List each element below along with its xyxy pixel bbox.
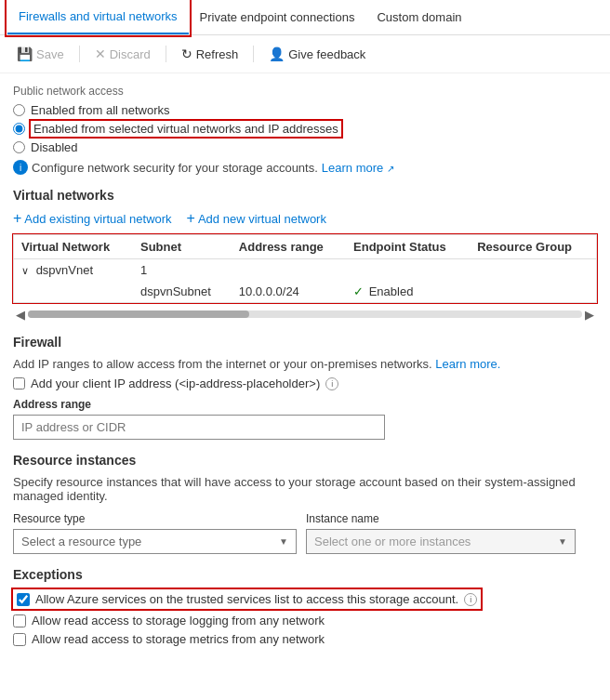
resource-instances-title: Resource instances	[13, 453, 597, 468]
toolbar-separator-1	[79, 46, 80, 62]
resource-instances-description: Specify resource instances that will hav…	[13, 475, 597, 503]
exceptions-section: Exceptions Allow Azure services on the t…	[13, 567, 597, 646]
toolbar: 💾 Save ✕ Discard ↻ Refresh 👤 Give feedba…	[0, 35, 610, 73]
horizontal-scrollbar[interactable]: ◀ ▶	[13, 307, 597, 322]
plus-icon-new: +	[187, 210, 195, 227]
external-link-icon: ↗	[387, 164, 394, 174]
scroll-track[interactable]	[28, 310, 582, 318]
col-rg: Resource Group	[470, 235, 596, 259]
exception-item-2: Allow read access to storage metrics fro…	[13, 632, 597, 646]
main-content: Public network access Enabled from all n…	[0, 73, 610, 662]
instance-name-select[interactable]: Select one or more instances ▼	[306, 529, 576, 554]
vnet-name: ∨ dspvnVnet	[14, 259, 134, 282]
exception-checkbox-1[interactable]	[13, 614, 26, 627]
learn-more-link[interactable]: Learn more ↗	[322, 161, 394, 175]
radio-disabled[interactable]: Disabled	[13, 140, 597, 154]
resource-type-chevron: ▼	[279, 536, 288, 547]
resource-type-label: Resource type	[13, 512, 297, 525]
add-new-vnet-link[interactable]: + Add new virtual network	[187, 210, 326, 227]
public-network-options: Enabled from all networks Enabled from s…	[13, 103, 597, 154]
endpoint-status	[346, 259, 470, 282]
tab-private-endpoints[interactable]: Private endpoint connections	[189, 1, 366, 33]
radio-selected-networks[interactable]: Enabled from selected virtual networks a…	[13, 121, 597, 137]
table-row[interactable]: dspvnSubnet 10.0.0.0/24 ✓ Enabled	[14, 281, 597, 303]
subnet-count: 1	[133, 259, 232, 282]
child-address: 10.0.0.0/24	[232, 281, 346, 303]
toolbar-separator-3	[253, 46, 254, 62]
save-button[interactable]: 💾 Save	[9, 43, 72, 65]
vnet-table: Virtual Network Subnet Address range End…	[13, 234, 597, 303]
resource-type-select[interactable]: Select a resource type ▼	[13, 529, 297, 554]
address-range-label: Address range	[13, 398, 597, 411]
tab-custom-domain[interactable]: Custom domain	[365, 1, 472, 33]
radio-all-networks[interactable]: Enabled from all networks	[13, 103, 597, 117]
feedback-button[interactable]: 👤 Give feedback	[261, 43, 373, 65]
radio-all-input[interactable]	[13, 104, 25, 116]
refresh-button[interactable]: ↻ Refresh	[174, 43, 246, 65]
public-network-label: Public network access	[13, 85, 597, 98]
exception-item-1: Allow read access to storage logging fro…	[13, 614, 597, 627]
table-row[interactable]: ∨ dspvnVnet 1	[14, 259, 597, 282]
feedback-icon: 👤	[269, 46, 285, 61]
col-subnet: Subnet	[133, 235, 232, 259]
client-ip-checkbox-item: Add your client IP address (<ip-address-…	[13, 376, 597, 390]
scroll-left-arrow[interactable]: ◀	[13, 307, 28, 322]
info-icon: i	[13, 160, 28, 175]
exception-checkbox-2[interactable]	[13, 633, 26, 646]
client-ip-info-button[interactable]: i	[325, 377, 338, 390]
firewall-title: Firewall	[13, 335, 597, 350]
col-address: Address range	[232, 235, 346, 259]
network-info-row: i Configure network security for your st…	[13, 160, 597, 175]
discard-button[interactable]: ✕ Discard	[87, 43, 158, 65]
scroll-right-arrow[interactable]: ▶	[582, 307, 597, 322]
resource-row: Resource type Select a resource type ▼ I…	[13, 512, 597, 554]
tab-bar: Firewalls and virtual networks Private e…	[0, 0, 610, 35]
expand-icon: ∨	[21, 265, 29, 276]
client-ip-checkbox[interactable]	[13, 377, 25, 390]
exception-item-outlined: Allow Azure services on the trusted serv…	[13, 589, 481, 609]
child-rg	[470, 281, 596, 303]
child-subnet: dspvnSubnet	[133, 281, 232, 303]
firewall-learn-more[interactable]: Learn more.	[435, 357, 500, 371]
resource-type-col: Resource type Select a resource type ▼	[13, 512, 297, 554]
add-network-actions: + Add existing virtual network + Add new…	[13, 210, 597, 227]
address-range-input[interactable]	[13, 415, 385, 440]
tab-firewalls[interactable]: Firewalls and virtual networks	[7, 0, 189, 34]
child-status: ✓ Enabled	[346, 281, 470, 303]
scroll-thumb[interactable]	[28, 310, 249, 318]
virtual-networks-title: Virtual networks	[13, 188, 597, 203]
exceptions-title: Exceptions	[13, 567, 597, 582]
exception-checkbox-0[interactable]	[17, 593, 30, 606]
radio-selected-input[interactable]	[13, 123, 25, 135]
toolbar-separator-2	[166, 46, 166, 62]
instance-name-label: Instance name	[306, 512, 576, 525]
resource-group	[470, 259, 596, 282]
check-icon: ✓	[353, 284, 364, 298]
firewall-section: Firewall Add IP ranges to allow access f…	[13, 335, 597, 440]
child-vnet	[14, 281, 134, 303]
public-network-section: Public network access Enabled from all n…	[13, 85, 597, 175]
resource-instances-section: Resource instances Specify resource inst…	[13, 453, 597, 554]
instance-name-col: Instance name Select one or more instanc…	[306, 512, 576, 554]
col-status: Endpoint Status	[346, 235, 470, 259]
plus-icon-existing: +	[13, 210, 21, 227]
instance-chevron: ▼	[558, 536, 567, 547]
add-existing-vnet-link[interactable]: + Add existing virtual network	[13, 210, 172, 227]
address-range	[232, 259, 346, 282]
firewall-description: Add IP ranges to allow access from the i…	[13, 357, 597, 371]
exception-info-button-0[interactable]: i	[464, 593, 477, 606]
radio-disabled-input[interactable]	[13, 141, 25, 153]
refresh-icon: ↻	[181, 46, 192, 61]
discard-icon: ✕	[95, 46, 106, 61]
col-vnet: Virtual Network	[14, 235, 134, 259]
table-header-row: Virtual Network Subnet Address range End…	[14, 235, 597, 259]
save-icon: 💾	[17, 46, 33, 61]
